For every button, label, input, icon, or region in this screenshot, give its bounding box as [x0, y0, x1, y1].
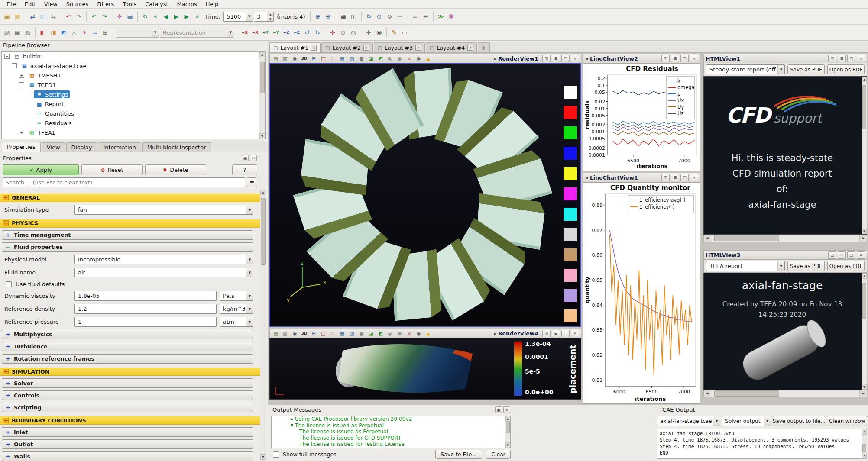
reference-pressure-unit-select[interactable]: atm▼ [220, 317, 253, 327]
export-scene-icon[interactable]: ▥ [281, 55, 289, 62]
first-frame-icon[interactable]: « [151, 12, 160, 21]
camera-options-icon[interactable]: ◉ [415, 329, 423, 337]
catalyst-connect-icon[interactable]: ⇄ [28, 12, 37, 21]
select-frustum-cells-icon[interactable]: ▦ [338, 329, 347, 337]
next-frame-icon[interactable]: ▶ [182, 12, 191, 21]
split-vertical-button[interactable]: ⊟ [838, 251, 846, 259]
edit-color-map-icon[interactable]: ▤ [125, 12, 135, 21]
color-field-combo[interactable]: ▼ [116, 28, 159, 38]
interactive-select-points-icon[interactable]: ◩ [376, 55, 385, 62]
open-file-icon[interactable]: ▤ [2, 12, 12, 21]
select-block-icon[interactable]: ▩ [357, 329, 366, 337]
float-panel-button[interactable]: ▣ [495, 406, 502, 413]
adjust-camera-icon[interactable]: ◉ [374, 28, 384, 37]
camera-options-icon[interactable]: ◉ [415, 55, 423, 62]
group-walls[interactable]: +Walls [2, 451, 253, 461]
show-full-messages-checkbox[interactable] [273, 451, 279, 458]
report-type-select[interactable]: Steady-state report (eff ▼ [706, 64, 785, 74]
tree-expander-icon[interactable]: − [12, 63, 17, 68]
scroll-track[interactable] [259, 57, 265, 133]
scroll-thumb[interactable] [714, 390, 779, 397]
scroll-thumb[interactable] [261, 198, 266, 265]
render-warning-icon[interactable]: ▲ [424, 55, 432, 62]
scroll-down-button[interactable]: ▼ [862, 453, 867, 458]
zoom-to-data-icon[interactable]: ⊙ [375, 12, 384, 21]
time-combo[interactable]: 5100▼ [223, 12, 253, 22]
menu-edit[interactable]: Edit [21, 0, 39, 8]
fluid-name-select[interactable]: air▼ [74, 268, 253, 277]
search-options-button[interactable]: ≡ [247, 177, 257, 187]
split-vertical-button[interactable]: ⊟ [552, 55, 560, 62]
view-plus-x-icon[interactable]: +X [240, 28, 249, 37]
scroll-up-button[interactable]: ▲ [862, 429, 867, 435]
scroll-up-button[interactable]: ▲ [862, 273, 867, 279]
scroll-track[interactable] [711, 235, 859, 242]
edit-annotation-icon[interactable]: ✎ [389, 28, 399, 37]
select-frustum-points-icon[interactable]: ▧ [348, 55, 356, 62]
layout-tab-1[interactable]: ▢Layout #1× [269, 42, 321, 52]
zoom-to-box-icon[interactable]: ⊞ [310, 55, 318, 62]
rotate-90-cw-icon[interactable]: ↻ [313, 28, 322, 37]
view-minus-x-icon[interactable]: −X [250, 28, 260, 37]
undo-icon[interactable]: ↶ [64, 12, 73, 21]
tfea-report-select[interactable]: TFEA report ▼ [706, 261, 785, 271]
maximize-view-button[interactable]: □ [561, 330, 570, 337]
group-rotation-reference-frames[interactable]: +Rotation reference frames [2, 354, 253, 364]
menu-macros[interactable]: Macros [173, 0, 201, 8]
layout-tab-3[interactable]: ▢Layout #3× [374, 42, 425, 52]
scroll-down-button[interactable]: ▼ [260, 454, 266, 460]
close-panel-button[interactable]: × [250, 155, 257, 161]
pick-center-icon[interactable]: ⊙ [338, 28, 348, 37]
manage-links-icon[interactable]: ≡ [421, 12, 431, 21]
reset-center-icon[interactable]: ◎ [349, 28, 358, 37]
open-as-pdf-button[interactable]: Open as PDF [827, 64, 865, 74]
scroll-thumb[interactable] [260, 62, 265, 94]
clean-window-button[interactable]: Clean window [827, 416, 867, 426]
maximize-view-button[interactable]: □ [847, 251, 855, 259]
select-block-icon[interactable]: ▩ [357, 55, 366, 62]
reference-pressure-input[interactable]: 1 [74, 317, 217, 327]
reference-density-input[interactable]: 1.2 [74, 304, 217, 314]
save-screenshot-icon[interactable]: ▤ [272, 55, 280, 62]
maximize-view-button[interactable]: □ [561, 55, 570, 62]
save-as-pdf-button[interactable]: Save as PDF [787, 64, 825, 74]
group-time-management[interactable]: +Time management [2, 230, 253, 240]
split-vertical-button[interactable]: ⊟ [671, 174, 679, 181]
close-view-button[interactable]: × [690, 174, 698, 181]
clear-selection-icon[interactable]: × [405, 55, 413, 62]
split-horizontal-button[interactable]: ◫ [542, 55, 551, 62]
tree-expander-icon[interactable]: − [4, 54, 10, 59]
glyph-filter-icon[interactable]: ✶ [80, 28, 89, 37]
ungroup-datasets-icon[interactable]: ▨ [23, 28, 32, 37]
search-input[interactable] [3, 177, 245, 187]
slice-filter-icon[interactable]: ◨ [49, 28, 58, 37]
catalyst-disconnect-icon[interactable]: ⇆ [49, 12, 58, 21]
interactive-select-cells-icon[interactable]: ◪ [367, 55, 375, 62]
close-view-button[interactable]: × [571, 55, 579, 62]
scroll-thumb[interactable] [714, 235, 779, 241]
pipeline-item-residuals[interactable]: ≈Residuals [2, 118, 265, 128]
hover-points-icon[interactable]: ◎ [386, 329, 394, 337]
color-palette-icon[interactable]: ❖ [115, 12, 124, 21]
zoom-in-icon[interactable]: ⊕ [313, 12, 323, 21]
save-as-pdf-button[interactable]: Save as PDF [787, 261, 825, 271]
hover-points-icon[interactable]: ◎ [386, 55, 394, 62]
close-tab-icon[interactable]: × [363, 45, 369, 51]
select-frustum-cells-icon[interactable]: ▦ [338, 55, 347, 62]
help-button[interactable]: ? [232, 164, 257, 175]
open-as-pdf-button[interactable]: Open as PDF [827, 261, 865, 271]
scroll-up-button[interactable]: ▲ [260, 190, 266, 195]
scroll-left-button[interactable]: ◀ [704, 390, 711, 397]
spin-down-icon[interactable]: ▼ [267, 16, 273, 21]
scroll-thumb[interactable] [862, 444, 866, 452]
pipeline-item-report[interactable]: ▅Report [2, 99, 265, 109]
render-view-1-viewport[interactable]: zxy [269, 63, 581, 327]
tree-expander-icon[interactable]: − [19, 82, 24, 87]
menu-filters[interactable]: Filters [93, 0, 118, 8]
save-state-icon[interactable]: ▥ [13, 12, 22, 21]
close-tab-icon[interactable]: × [415, 45, 421, 51]
python-shell-icon[interactable]: ≫ [436, 12, 446, 21]
close-tab-icon[interactable]: × [467, 45, 473, 51]
menu-tools[interactable]: Tools [119, 0, 140, 8]
scroll-thumb[interactable] [862, 283, 866, 319]
